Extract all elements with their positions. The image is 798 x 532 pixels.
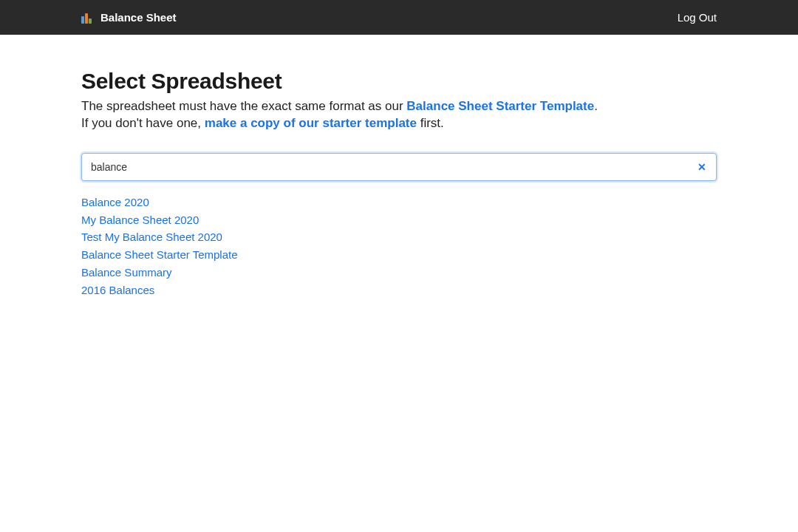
page-title: Select Spreadsheet (81, 69, 717, 94)
instruction-text-1-end: . (594, 99, 598, 113)
search-input[interactable] (81, 153, 717, 181)
topbar: Balance Sheet Log Out (0, 0, 798, 35)
instruction-text-2-start: If you don't have one, (81, 116, 205, 130)
brand[interactable]: Balance Sheet (81, 11, 177, 24)
main-content: Select Spreadsheet The spreadsheet must … (0, 35, 798, 298)
result-item[interactable]: Balance Summary (81, 265, 717, 281)
instructions: The spreadsheet must have the exact same… (81, 98, 717, 132)
clear-icon[interactable]: ✕ (696, 161, 708, 173)
result-item[interactable]: Test My Balance Sheet 2020 (81, 229, 717, 245)
starter-template-link[interactable]: Balance Sheet Starter Template (406, 99, 594, 113)
instruction-text-1: The spreadsheet must have the exact same… (81, 99, 406, 113)
result-item[interactable]: My Balance Sheet 2020 (81, 212, 717, 228)
result-item[interactable]: Balance Sheet Starter Template (81, 247, 717, 263)
result-item[interactable]: 2016 Balances (81, 282, 717, 299)
result-item[interactable]: Balance 2020 (81, 194, 717, 211)
logout-link[interactable]: Log Out (678, 11, 717, 24)
search-results: Balance 2020 My Balance Sheet 2020 Test … (81, 194, 717, 299)
barchart-icon (81, 12, 93, 24)
search-wrapper: ✕ (81, 153, 717, 181)
app-title: Balance Sheet (100, 11, 177, 24)
copy-template-link[interactable]: make a copy of our starter template (205, 116, 417, 130)
instruction-text-2-end: first. (417, 116, 444, 130)
